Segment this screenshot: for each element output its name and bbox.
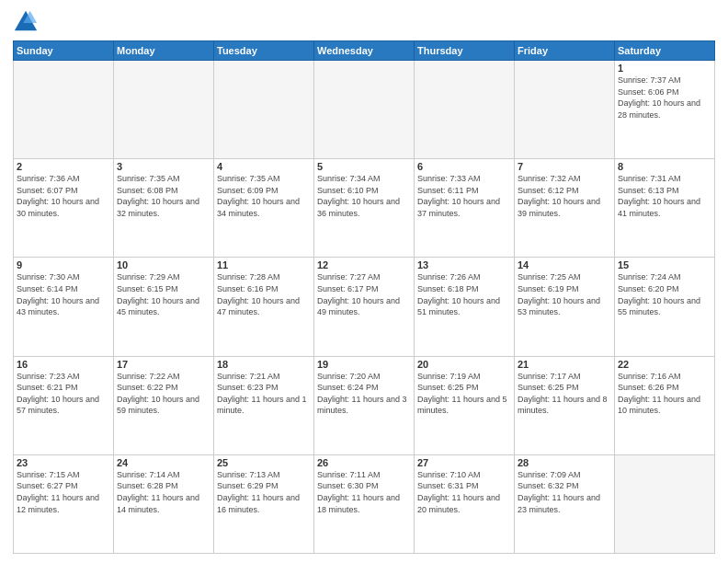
day-number: 6 — [417, 161, 511, 172]
day-info: Sunrise: 7:15 AM Sunset: 6:27 PM Dayligh… — [17, 469, 110, 515]
day-number: 18 — [217, 359, 311, 370]
day-info: Sunrise: 7:23 AM Sunset: 6:21 PM Dayligh… — [17, 371, 110, 417]
calendar-header-saturday: Saturday — [615, 41, 715, 61]
day-info: Sunrise: 7:16 AM Sunset: 6:26 PM Dayligh… — [618, 371, 711, 417]
day-number: 7 — [518, 161, 611, 172]
day-number: 2 — [17, 161, 110, 172]
calendar-cell: 1Sunrise: 7:37 AM Sunset: 6:06 PM Daylig… — [615, 61, 715, 159]
calendar-cell: 13Sunrise: 7:26 AM Sunset: 6:18 PM Dayli… — [415, 258, 515, 356]
day-number: 20 — [417, 359, 511, 370]
calendar-cell: 6Sunrise: 7:33 AM Sunset: 6:11 PM Daylig… — [415, 159, 515, 258]
calendar-week-3: 16Sunrise: 7:23 AM Sunset: 6:21 PM Dayli… — [14, 356, 715, 454]
calendar-header-wednesday: Wednesday — [314, 41, 415, 61]
day-info: Sunrise: 7:09 AM Sunset: 6:32 PM Dayligh… — [518, 469, 611, 515]
day-number: 1 — [618, 63, 711, 74]
day-number: 25 — [217, 457, 311, 468]
calendar-cell: 20Sunrise: 7:19 AM Sunset: 6:25 PM Dayli… — [415, 356, 515, 454]
calendar-cell: 17Sunrise: 7:22 AM Sunset: 6:22 PM Dayli… — [114, 356, 214, 454]
calendar-cell: 24Sunrise: 7:14 AM Sunset: 6:28 PM Dayli… — [114, 454, 214, 553]
calendar-cell: 25Sunrise: 7:13 AM Sunset: 6:29 PM Dayli… — [214, 454, 314, 553]
calendar-cell: 23Sunrise: 7:15 AM Sunset: 6:27 PM Dayli… — [14, 454, 114, 553]
day-info: Sunrise: 7:21 AM Sunset: 6:23 PM Dayligh… — [217, 371, 311, 417]
day-number: 14 — [518, 259, 611, 270]
day-number: 9 — [17, 259, 110, 270]
day-number: 4 — [217, 161, 311, 172]
day-number: 21 — [518, 359, 611, 370]
calendar-cell: 2Sunrise: 7:36 AM Sunset: 6:07 PM Daylig… — [14, 159, 114, 258]
calendar-week-4: 23Sunrise: 7:15 AM Sunset: 6:27 PM Dayli… — [14, 454, 715, 553]
calendar-cell: 21Sunrise: 7:17 AM Sunset: 6:25 PM Dayli… — [515, 356, 615, 454]
calendar-cell — [114, 61, 214, 159]
calendar-cell: 16Sunrise: 7:23 AM Sunset: 6:21 PM Dayli… — [14, 356, 114, 454]
day-info: Sunrise: 7:33 AM Sunset: 6:11 PM Dayligh… — [417, 173, 511, 219]
calendar-cell: 15Sunrise: 7:24 AM Sunset: 6:20 PM Dayli… — [615, 258, 715, 356]
day-number: 5 — [317, 161, 411, 172]
calendar-cell — [214, 61, 314, 159]
calendar-week-2: 9Sunrise: 7:30 AM Sunset: 6:14 PM Daylig… — [14, 258, 715, 356]
calendar: SundayMondayTuesdayWednesdayThursdayFrid… — [13, 40, 715, 554]
day-info: Sunrise: 7:17 AM Sunset: 6:25 PM Dayligh… — [518, 371, 611, 417]
day-number: 8 — [618, 161, 711, 172]
calendar-header-friday: Friday — [515, 41, 615, 61]
calendar-header-tuesday: Tuesday — [214, 41, 314, 61]
calendar-cell — [415, 61, 515, 159]
calendar-cell — [14, 61, 114, 159]
day-number: 27 — [417, 457, 511, 468]
calendar-week-1: 2Sunrise: 7:36 AM Sunset: 6:07 PM Daylig… — [14, 159, 715, 258]
day-info: Sunrise: 7:30 AM Sunset: 6:14 PM Dayligh… — [17, 271, 110, 317]
day-number: 10 — [117, 259, 210, 270]
day-number: 3 — [117, 161, 210, 172]
day-info: Sunrise: 7:28 AM Sunset: 6:16 PM Dayligh… — [217, 271, 311, 317]
calendar-cell: 26Sunrise: 7:11 AM Sunset: 6:30 PM Dayli… — [314, 454, 415, 553]
calendar-header-sunday: Sunday — [14, 41, 114, 61]
calendar-cell: 11Sunrise: 7:28 AM Sunset: 6:16 PM Dayli… — [214, 258, 314, 356]
calendar-cell: 3Sunrise: 7:35 AM Sunset: 6:08 PM Daylig… — [114, 159, 214, 258]
day-info: Sunrise: 7:24 AM Sunset: 6:20 PM Dayligh… — [618, 271, 711, 317]
calendar-header: SundayMondayTuesdayWednesdayThursdayFrid… — [14, 41, 715, 61]
day-info: Sunrise: 7:32 AM Sunset: 6:12 PM Dayligh… — [518, 173, 611, 219]
day-info: Sunrise: 7:20 AM Sunset: 6:24 PM Dayligh… — [317, 371, 411, 417]
day-number: 24 — [117, 457, 210, 468]
day-number: 17 — [117, 359, 210, 370]
day-info: Sunrise: 7:35 AM Sunset: 6:08 PM Dayligh… — [117, 173, 210, 219]
calendar-header-monday: Monday — [114, 41, 214, 61]
day-number: 13 — [417, 259, 511, 270]
day-number: 23 — [17, 457, 110, 468]
day-info: Sunrise: 7:13 AM Sunset: 6:29 PM Dayligh… — [217, 469, 311, 515]
day-number: 11 — [217, 259, 311, 270]
day-number: 19 — [317, 359, 411, 370]
calendar-header-thursday: Thursday — [415, 41, 515, 61]
calendar-cell: 14Sunrise: 7:25 AM Sunset: 6:19 PM Dayli… — [515, 258, 615, 356]
page: SundayMondayTuesdayWednesdayThursdayFrid… — [0, 0, 728, 563]
day-number: 12 — [317, 259, 411, 270]
calendar-cell — [615, 454, 715, 553]
calendar-cell: 12Sunrise: 7:27 AM Sunset: 6:17 PM Dayli… — [314, 258, 415, 356]
day-info: Sunrise: 7:29 AM Sunset: 6:15 PM Dayligh… — [117, 271, 210, 317]
day-info: Sunrise: 7:22 AM Sunset: 6:22 PM Dayligh… — [117, 371, 210, 417]
day-info: Sunrise: 7:31 AM Sunset: 6:13 PM Dayligh… — [618, 173, 711, 219]
day-info: Sunrise: 7:10 AM Sunset: 6:31 PM Dayligh… — [417, 469, 511, 515]
day-info: Sunrise: 7:27 AM Sunset: 6:17 PM Dayligh… — [317, 271, 411, 317]
calendar-week-0: 1Sunrise: 7:37 AM Sunset: 6:06 PM Daylig… — [14, 61, 715, 159]
day-info: Sunrise: 7:26 AM Sunset: 6:18 PM Dayligh… — [417, 271, 511, 317]
logo — [13, 9, 42, 35]
day-number: 26 — [317, 457, 411, 468]
day-info: Sunrise: 7:37 AM Sunset: 6:06 PM Dayligh… — [618, 75, 711, 121]
day-number: 16 — [17, 359, 110, 370]
calendar-cell: 8Sunrise: 7:31 AM Sunset: 6:13 PM Daylig… — [615, 159, 715, 258]
calendar-cell: 5Sunrise: 7:34 AM Sunset: 6:10 PM Daylig… — [314, 159, 415, 258]
calendar-cell — [515, 61, 615, 159]
day-info: Sunrise: 7:34 AM Sunset: 6:10 PM Dayligh… — [317, 173, 411, 219]
day-info: Sunrise: 7:14 AM Sunset: 6:28 PM Dayligh… — [117, 469, 210, 515]
calendar-cell: 10Sunrise: 7:29 AM Sunset: 6:15 PM Dayli… — [114, 258, 214, 356]
day-number: 22 — [618, 359, 711, 370]
calendar-header-row: SundayMondayTuesdayWednesdayThursdayFrid… — [14, 41, 715, 61]
calendar-body: 1Sunrise: 7:37 AM Sunset: 6:06 PM Daylig… — [14, 61, 715, 554]
calendar-cell: 22Sunrise: 7:16 AM Sunset: 6:26 PM Dayli… — [615, 356, 715, 454]
day-info: Sunrise: 7:36 AM Sunset: 6:07 PM Dayligh… — [17, 173, 110, 219]
day-info: Sunrise: 7:25 AM Sunset: 6:19 PM Dayligh… — [518, 271, 611, 317]
calendar-cell: 4Sunrise: 7:35 AM Sunset: 6:09 PM Daylig… — [214, 159, 314, 258]
calendar-cell — [314, 61, 415, 159]
day-info: Sunrise: 7:11 AM Sunset: 6:30 PM Dayligh… — [317, 469, 411, 515]
day-number: 15 — [618, 259, 711, 270]
